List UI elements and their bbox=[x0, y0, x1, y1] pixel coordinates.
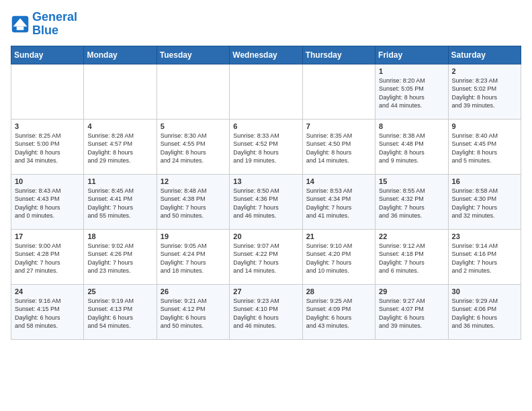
day-info: Sunrise: 8:28 AM Sunset: 4:57 PM Dayligh… bbox=[87, 132, 152, 165]
day-info: Sunrise: 8:53 AM Sunset: 4:34 PM Dayligh… bbox=[306, 187, 371, 220]
logo-text: General Blue bbox=[32, 11, 77, 38]
calendar-cell: 22Sunrise: 9:12 AM Sunset: 4:18 PM Dayli… bbox=[375, 229, 448, 284]
day-info: Sunrise: 8:35 AM Sunset: 4:50 PM Dayligh… bbox=[306, 132, 371, 165]
day-info: Sunrise: 9:05 AM Sunset: 4:24 PM Dayligh… bbox=[161, 242, 226, 275]
logo-icon bbox=[11, 15, 30, 34]
calendar-cell: 28Sunrise: 9:25 AM Sunset: 4:09 PM Dayli… bbox=[302, 284, 375, 339]
day-number: 15 bbox=[379, 177, 444, 185]
day-number: 19 bbox=[161, 232, 226, 240]
calendar-cell: 7Sunrise: 8:35 AM Sunset: 4:50 PM Daylig… bbox=[302, 119, 375, 174]
calendar-cell: 27Sunrise: 9:23 AM Sunset: 4:10 PM Dayli… bbox=[230, 284, 302, 339]
calendar-cell: 23Sunrise: 9:14 AM Sunset: 4:16 PM Dayli… bbox=[448, 229, 521, 284]
day-number: 16 bbox=[452, 177, 517, 185]
day-number: 1 bbox=[379, 67, 444, 75]
weekday-header: Monday bbox=[84, 46, 157, 64]
day-number: 4 bbox=[87, 122, 152, 130]
day-info: Sunrise: 9:27 AM Sunset: 4:07 PM Dayligh… bbox=[379, 297, 444, 330]
day-info: Sunrise: 8:50 AM Sunset: 4:36 PM Dayligh… bbox=[233, 187, 298, 220]
day-number: 29 bbox=[379, 287, 444, 295]
day-info: Sunrise: 9:29 AM Sunset: 4:06 PM Dayligh… bbox=[452, 297, 517, 330]
day-info: Sunrise: 8:20 AM Sunset: 5:05 PM Dayligh… bbox=[379, 77, 444, 110]
calendar-cell: 26Sunrise: 9:21 AM Sunset: 4:12 PM Dayli… bbox=[157, 284, 229, 339]
calendar-cell bbox=[84, 64, 157, 119]
day-number: 8 bbox=[379, 122, 444, 130]
calendar-cell bbox=[230, 64, 302, 119]
day-info: Sunrise: 8:43 AM Sunset: 4:43 PM Dayligh… bbox=[15, 187, 80, 220]
day-info: Sunrise: 9:23 AM Sunset: 4:10 PM Dayligh… bbox=[233, 297, 298, 330]
day-number: 27 bbox=[233, 287, 298, 295]
calendar-cell: 2Sunrise: 8:23 AM Sunset: 5:02 PM Daylig… bbox=[448, 64, 521, 119]
day-info: Sunrise: 9:25 AM Sunset: 4:09 PM Dayligh… bbox=[306, 297, 371, 330]
weekday-header: Sunday bbox=[11, 46, 84, 64]
day-number: 20 bbox=[233, 232, 298, 240]
day-info: Sunrise: 9:21 AM Sunset: 4:12 PM Dayligh… bbox=[161, 297, 226, 330]
day-number: 25 bbox=[87, 287, 152, 295]
weekday-header: Tuesday bbox=[157, 46, 229, 64]
calendar-cell: 9Sunrise: 8:40 AM Sunset: 4:45 PM Daylig… bbox=[448, 119, 521, 174]
day-number: 21 bbox=[306, 232, 371, 240]
day-info: Sunrise: 8:45 AM Sunset: 4:41 PM Dayligh… bbox=[87, 187, 152, 220]
calendar-cell: 17Sunrise: 9:00 AM Sunset: 4:28 PM Dayli… bbox=[11, 229, 84, 284]
calendar-cell: 18Sunrise: 9:02 AM Sunset: 4:26 PM Dayli… bbox=[84, 229, 157, 284]
day-number: 28 bbox=[306, 287, 371, 295]
day-number: 18 bbox=[87, 232, 152, 240]
page-header: General Blue bbox=[11, 11, 521, 38]
day-info: Sunrise: 9:19 AM Sunset: 4:13 PM Dayligh… bbox=[87, 297, 152, 330]
weekday-header: Friday bbox=[375, 46, 448, 64]
calendar-cell: 19Sunrise: 9:05 AM Sunset: 4:24 PM Dayli… bbox=[157, 229, 229, 284]
calendar-cell: 20Sunrise: 9:07 AM Sunset: 4:22 PM Dayli… bbox=[230, 229, 302, 284]
calendar-cell: 24Sunrise: 9:16 AM Sunset: 4:15 PM Dayli… bbox=[11, 284, 84, 339]
day-number: 23 bbox=[452, 232, 517, 240]
calendar-cell: 21Sunrise: 9:10 AM Sunset: 4:20 PM Dayli… bbox=[302, 229, 375, 284]
calendar-cell bbox=[157, 64, 229, 119]
calendar-cell: 3Sunrise: 8:25 AM Sunset: 5:00 PM Daylig… bbox=[11, 119, 84, 174]
calendar-cell: 12Sunrise: 8:48 AM Sunset: 4:38 PM Dayli… bbox=[157, 174, 229, 229]
day-number: 3 bbox=[15, 122, 80, 130]
day-number: 9 bbox=[452, 122, 517, 130]
day-number: 26 bbox=[161, 287, 226, 295]
calendar-cell: 6Sunrise: 8:33 AM Sunset: 4:52 PM Daylig… bbox=[230, 119, 302, 174]
weekday-header: Thursday bbox=[302, 46, 375, 64]
calendar-cell: 10Sunrise: 8:43 AM Sunset: 4:43 PM Dayli… bbox=[11, 174, 84, 229]
day-info: Sunrise: 9:07 AM Sunset: 4:22 PM Dayligh… bbox=[233, 242, 298, 275]
calendar-cell: 15Sunrise: 8:55 AM Sunset: 4:32 PM Dayli… bbox=[375, 174, 448, 229]
day-number: 12 bbox=[161, 177, 226, 185]
calendar-cell: 30Sunrise: 9:29 AM Sunset: 4:06 PM Dayli… bbox=[448, 284, 521, 339]
svg-rect-2 bbox=[17, 26, 24, 30]
calendar-cell: 29Sunrise: 9:27 AM Sunset: 4:07 PM Dayli… bbox=[375, 284, 448, 339]
day-info: Sunrise: 9:12 AM Sunset: 4:18 PM Dayligh… bbox=[379, 242, 444, 275]
day-info: Sunrise: 9:10 AM Sunset: 4:20 PM Dayligh… bbox=[306, 242, 371, 275]
day-info: Sunrise: 8:33 AM Sunset: 4:52 PM Dayligh… bbox=[233, 132, 298, 165]
calendar-cell: 14Sunrise: 8:53 AM Sunset: 4:34 PM Dayli… bbox=[302, 174, 375, 229]
day-number: 22 bbox=[379, 232, 444, 240]
day-info: Sunrise: 8:38 AM Sunset: 4:48 PM Dayligh… bbox=[379, 132, 444, 165]
day-info: Sunrise: 9:00 AM Sunset: 4:28 PM Dayligh… bbox=[15, 242, 80, 275]
day-number: 24 bbox=[15, 287, 80, 295]
calendar-cell: 16Sunrise: 8:58 AM Sunset: 4:30 PM Dayli… bbox=[448, 174, 521, 229]
calendar-cell: 25Sunrise: 9:19 AM Sunset: 4:13 PM Dayli… bbox=[84, 284, 157, 339]
day-number: 2 bbox=[452, 67, 517, 75]
day-info: Sunrise: 8:48 AM Sunset: 4:38 PM Dayligh… bbox=[161, 187, 226, 220]
calendar-cell: 5Sunrise: 8:30 AM Sunset: 4:55 PM Daylig… bbox=[157, 119, 229, 174]
day-info: Sunrise: 8:40 AM Sunset: 4:45 PM Dayligh… bbox=[452, 132, 517, 165]
day-info: Sunrise: 8:55 AM Sunset: 4:32 PM Dayligh… bbox=[379, 187, 444, 220]
day-info: Sunrise: 8:23 AM Sunset: 5:02 PM Dayligh… bbox=[452, 77, 517, 110]
day-number: 30 bbox=[452, 287, 517, 295]
day-number: 13 bbox=[233, 177, 298, 185]
day-info: Sunrise: 9:14 AM Sunset: 4:16 PM Dayligh… bbox=[452, 242, 517, 275]
day-number: 17 bbox=[15, 232, 80, 240]
day-info: Sunrise: 8:25 AM Sunset: 5:00 PM Dayligh… bbox=[15, 132, 80, 165]
day-number: 7 bbox=[306, 122, 371, 130]
day-number: 6 bbox=[233, 122, 298, 130]
calendar-cell: 13Sunrise: 8:50 AM Sunset: 4:36 PM Dayli… bbox=[230, 174, 302, 229]
calendar-cell: 8Sunrise: 8:38 AM Sunset: 4:48 PM Daylig… bbox=[375, 119, 448, 174]
logo: General Blue bbox=[11, 11, 77, 38]
weekday-header: Wednesday bbox=[230, 46, 302, 64]
calendar-cell: 1Sunrise: 8:20 AM Sunset: 5:05 PM Daylig… bbox=[375, 64, 448, 119]
day-number: 14 bbox=[306, 177, 371, 185]
calendar-cell bbox=[11, 64, 84, 119]
day-info: Sunrise: 8:58 AM Sunset: 4:30 PM Dayligh… bbox=[452, 187, 517, 220]
calendar-table: SundayMondayTuesdayWednesdayThursdayFrid… bbox=[11, 46, 521, 340]
calendar-cell: 4Sunrise: 8:28 AM Sunset: 4:57 PM Daylig… bbox=[84, 119, 157, 174]
day-number: 10 bbox=[15, 177, 80, 185]
